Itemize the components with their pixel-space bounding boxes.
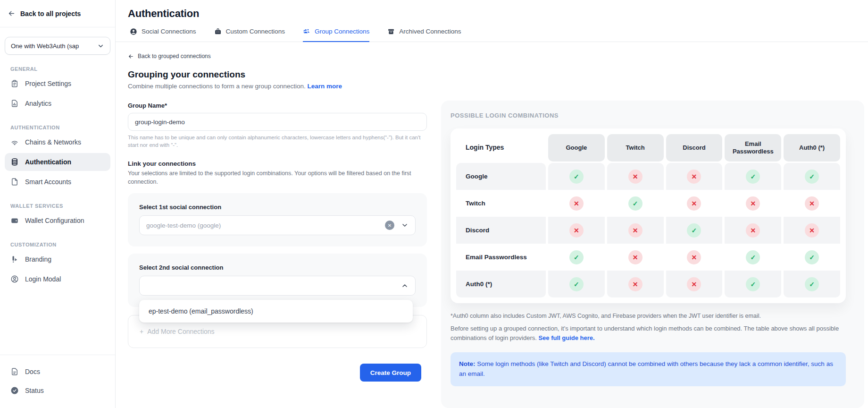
app-window: Back to all projects One with Web3Auth (… (0, 0, 868, 408)
cross-icon: ✕ (805, 223, 819, 238)
user-circle-icon (130, 28, 137, 35)
tab-custom-connections[interactable]: Custom Connections (214, 27, 285, 42)
table-column-body: ✓✕✕✓✓ (548, 163, 605, 298)
cross-icon: ✕ (569, 196, 584, 211)
main-content: Authentication Social Connections Custom… (116, 0, 868, 408)
combo-cell-discord-auth0: ✕ (784, 217, 840, 244)
combo-cell-google-twitch: ✕ (607, 163, 664, 190)
section-label-authentication: AUTHENTICATION (10, 125, 115, 130)
cross-icon: ✕ (569, 223, 584, 238)
sidebar-item-branding[interactable]: Branding (5, 250, 110, 268)
toolbox-icon (214, 28, 222, 35)
brush-icon (10, 255, 19, 264)
column-header-twitch: Twitch (607, 134, 664, 162)
sidebar-item-smart-accounts[interactable]: Smart Accounts (5, 173, 110, 191)
sidebar-item-label: Smart Accounts (25, 178, 71, 186)
select1-dropdown[interactable]: google-test-demo (google) ✕ (139, 215, 416, 235)
table-column-body: ✓✕✕✓✓ (784, 163, 840, 298)
document-icon (10, 367, 19, 376)
note-text: Some login methods (like Twitch and Disc… (459, 360, 833, 377)
combo-cell-google-discord: ✕ (666, 163, 723, 190)
create-group-button[interactable]: Create Group (360, 364, 421, 382)
back-to-projects-label: Back to all projects (20, 10, 81, 17)
sidebar-item-authentication[interactable]: Authentication (5, 153, 110, 171)
back-to-grouped-connections-link[interactable]: Back to grouped connections (128, 53, 427, 60)
combo-cell-twitch-discord: ✕ (666, 190, 723, 217)
check-icon: ✓ (805, 170, 819, 184)
guide-paragraph: Before setting up a grouped connection, … (451, 324, 846, 343)
back-to-projects-link[interactable]: Back to all projects (0, 0, 115, 27)
note-callout: Note: Some login methods (like Twitch an… (451, 352, 846, 386)
table-column: Twitch✕✓✕✕✕ (607, 134, 664, 298)
check-icon: ✓ (746, 250, 760, 264)
combo-cell-auth0-discord: ✕ (666, 271, 723, 298)
column-header-discord: Discord (666, 134, 723, 162)
sidebar-item-project-settings[interactable]: Project Settings (5, 75, 110, 93)
combo-cell-twitch-auth0: ✕ (784, 190, 840, 217)
tab-label: Archived Connections (399, 28, 461, 35)
sidebar-item-wallet-configuration[interactable]: Wallet Configuration (5, 212, 110, 230)
clear-selection-icon[interactable]: ✕ (385, 221, 394, 230)
sidebar-item-label: Wallet Configuration (25, 217, 84, 224)
arrow-left-icon (8, 9, 16, 17)
tab-social-connections[interactable]: Social Connections (130, 27, 196, 42)
sidebar-item-login-modal[interactable]: Login Modal (5, 270, 110, 288)
learn-more-link[interactable]: Learn more (307, 83, 342, 90)
second-connection-stack: Select 2nd social connection ep-test-dem… (128, 254, 427, 348)
tab-archived-connections[interactable]: Archived Connections (387, 27, 461, 42)
cross-icon: ✕ (628, 277, 643, 291)
archive-icon (387, 28, 395, 35)
tab-label: Custom Connections (226, 28, 285, 35)
combo-cell-discord-google: ✕ (548, 217, 605, 244)
combo-cell-auth0-auth0: ✓ (784, 271, 840, 298)
sidebar-item-chains-networks[interactable]: Chains & Networks (5, 133, 110, 151)
check-icon: ✓ (569, 170, 584, 184)
sidebar-item-docs[interactable]: Docs (5, 363, 110, 381)
analytics-icon (10, 99, 19, 108)
link-connections-description: Your selections are limited to the suppo… (128, 170, 427, 186)
form-subtitle-text: Combine multiple connections to form a n… (128, 83, 306, 90)
table-column: Email Passwordless✓✕✕✓✓ (725, 134, 781, 298)
combo-cell-google-auth0: ✓ (784, 163, 840, 190)
sidebar-item-label: Analytics (25, 100, 51, 107)
project-selector[interactable]: One with Web3Auth (sap (5, 37, 110, 55)
select2-dropdown[interactable] (139, 276, 416, 296)
combo-cell-twitch-google: ✕ (548, 190, 605, 217)
table-column: Google✓✕✕✓✓ (548, 134, 605, 298)
row-label-email-passwordless: Email Passwordless (456, 244, 546, 271)
see-full-guide-link[interactable]: See full guide here. (538, 334, 594, 341)
login-combinations-table: Login TypesGoogleTwitchDiscordEmail Pass… (456, 134, 840, 298)
tab-label: Social Connections (142, 28, 196, 35)
check-icon: ✓ (746, 277, 760, 291)
sidebar-item-label: Project Settings (25, 80, 71, 87)
add-more-label: Add More Connections (147, 328, 214, 335)
second-connection-card: Select 2nd social connection (128, 254, 427, 307)
dropdown-option-ep-test-demo[interactable]: ep-test-demo (email_passwordless) (139, 300, 413, 323)
row-label-discord: Discord (456, 217, 546, 244)
row-label-auth0: Auth0 (*) (456, 271, 546, 298)
check-circle-icon (10, 386, 19, 395)
table-column-body: GoogleTwitchDiscordEmail PasswordlessAut… (456, 163, 546, 298)
users-group-icon (303, 27, 310, 35)
combo-cell-discord-discord: ✓ (666, 217, 723, 244)
table-corner-header: Login Types (456, 134, 546, 162)
sidebar-item-analytics[interactable]: Analytics (5, 94, 110, 112)
clipboard-icon (10, 79, 19, 88)
column-header-google: Google (548, 134, 605, 162)
cross-icon: ✕ (687, 170, 701, 184)
table-column-body: ✕✕✓✕✕ (666, 163, 723, 298)
combo-cell-email-passwordless-auth0: ✓ (784, 244, 840, 271)
row-label-twitch: Twitch (456, 190, 546, 217)
project-selector-value: One with Web3Auth (sap (11, 42, 79, 50)
group-name-input[interactable] (128, 113, 427, 131)
tab-group-connections[interactable]: Group Connections (303, 27, 369, 42)
first-connection-card: Select 1st social connection google-test… (128, 193, 427, 246)
cross-icon: ✕ (628, 170, 643, 184)
page-title: Authentication (116, 0, 868, 20)
select2-label: Select 2nd social connection (139, 264, 416, 271)
combo-cell-email-passwordless-google: ✓ (548, 244, 605, 271)
sidebar-spacer (0, 289, 115, 355)
combo-cell-email-passwordless-discord: ✕ (666, 244, 723, 271)
section-label-wallet-services: WALLET SERVICES (10, 203, 115, 209)
sidebar-item-status[interactable]: Status (5, 382, 110, 400)
